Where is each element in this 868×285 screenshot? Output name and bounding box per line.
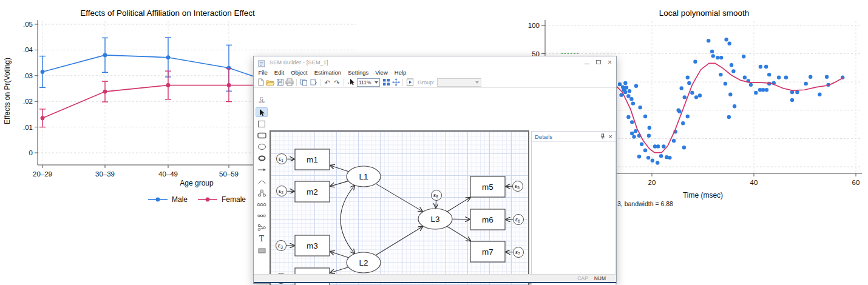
details-title: Details [535,133,552,140]
print-icon[interactable] [285,78,294,87]
observed-variable-m5[interactable]: m5 [470,176,505,197]
path-arrow [376,184,422,211]
legend-item-female: Female [198,195,246,204]
pin-icon[interactable] [600,131,605,142]
copy-icon[interactable] [299,78,308,87]
tool-palette: GSEM T [254,88,270,274]
observed-variable-m6[interactable]: m6 [470,209,505,230]
observed-variable-m7[interactable]: m7 [470,241,505,262]
path-arrow [447,227,470,241]
details-panel: Details × [531,131,616,285]
add-area-tool[interactable] [256,246,268,255]
svg-text:Effects of Political Affiliati: Effects of Political Affiliation on Inte… [80,8,255,18]
undo-icon[interactable]: ↶ [322,78,332,87]
window-bottom-accent [254,282,616,283]
desktop: .05.04.03.02.01020–2930–3940–4950–59Effe… [0,0,868,285]
add-measurement-component-tool[interactable] [256,188,268,198]
new-file-icon[interactable] [256,78,265,87]
svg-text:m2: m2 [307,187,318,196]
male-series [39,38,261,91]
close-button[interactable]: × [608,59,612,65]
details-close-icon[interactable]: × [609,133,612,139]
app-icon [258,59,265,66]
save-icon[interactable] [275,78,285,87]
zoom-level-select[interactable]: 111% [357,78,380,87]
pan-tool-icon[interactable] [391,78,401,87]
error-term-ε1[interactable]: ε1 [277,154,287,164]
svg-text:m7: m7 [482,247,493,256]
error-term-ε8[interactable]: ε8 [432,190,442,201]
fit-to-page-icon[interactable] [381,78,391,87]
sem-path-diagram: m1m2m3m4m5m6m7L1L2L3ε1ε2ε3ε4ε5ε6ε7ε8 [271,132,528,285]
add-path-tool[interactable] [256,165,268,175]
svg-text:60: 60 [852,179,860,186]
diagram-canvas[interactable]: m1m2m3m4m5m6m7L1L2L3ε1ε2ε3ε4ε5ε6ε7ε8 [270,130,529,285]
svg-text:Time (msec): Time (msec) [683,191,723,200]
svg-text:Effects on Pr(Voting): Effects on Pr(Voting) [3,58,12,124]
details-header: Details × [532,132,615,142]
svg-text:m3: m3 [307,241,318,250]
svg-text:40–49: 40–49 [158,170,178,178]
observed-variable-m2[interactable]: m2 [295,181,330,202]
add-text-tool[interactable]: T [256,234,268,244]
svg-text:30–39: 30–39 [95,170,115,178]
covariance-arc [341,186,354,253]
svg-text:50–59: 50–59 [219,170,239,178]
menu-file[interactable]: File [255,69,271,76]
maximize-button[interactable] [596,60,601,64]
group-select[interactable] [437,78,481,87]
menu-settings[interactable]: Settings [345,69,372,76]
female-series [39,69,261,127]
add-latent-variables-set-tool[interactable] [256,211,268,221]
svg-text:L1: L1 [359,172,368,181]
toolbar: ↶ ↷ 111% Group: [254,77,616,88]
observed-variable-m3[interactable]: m3 [295,235,330,256]
num-lock-indicator: NUM [594,275,606,281]
observed-variable-m1[interactable]: m1 [295,149,330,170]
svg-text:0: 0 [29,149,33,156]
menu-object[interactable]: Object [288,69,311,76]
add-generalized-response-tool[interactable] [256,130,268,140]
zoom-level-value: 111% [359,79,371,86]
menu-bar: File Edit Object Estimation Settings Vie… [254,68,616,77]
minimize-button[interactable] [585,64,589,64]
select-tool[interactable] [256,107,268,117]
error-term-ε2[interactable]: ε2 [277,186,287,196]
svg-text:Male: Male [172,195,188,204]
add-observed-variables-set-tool[interactable] [256,200,268,209]
menu-estimation[interactable]: Estimation [311,69,344,76]
error-term-ε3[interactable]: ε3 [276,241,287,251]
open-file-icon[interactable] [265,78,275,87]
error-term-ε6[interactable]: ε6 [514,215,524,225]
svg-text:.05: .05 [23,21,33,28]
svg-text:Female: Female [222,195,246,204]
error-term-ε7[interactable]: ε7 [514,247,524,258]
path-arrow [330,166,348,172]
select-pointer-icon[interactable] [346,78,356,87]
redo-icon[interactable]: ↷ [332,78,342,87]
svg-text:100: 100 [528,22,540,29]
menu-edit[interactable]: Edit [271,69,287,76]
menu-help[interactable]: Help [391,69,410,76]
latent-variable-L1[interactable]: L1 [347,166,381,187]
latent-variable-L2[interactable]: L2 [347,252,381,273]
window-title: SEM Builder - [SEM_1] [270,59,328,65]
menu-view[interactable]: View [372,69,391,76]
sem-builder-window: SEM Builder - [SEM_1] × File Edit Object… [253,56,617,284]
error-term-ε5[interactable]: ε5 [513,181,523,192]
gsem-logo: GSEM [256,96,268,106]
estimate-run-icon[interactable] [405,78,415,87]
add-multilevel-latent-tool[interactable] [256,153,268,163]
svg-text:L2: L2 [359,258,368,267]
add-covariance-tool[interactable] [256,176,268,186]
latent-variable-L3[interactable]: L3 [418,209,452,229]
svg-text:.02: .02 [23,98,33,105]
add-latent-variable-tool[interactable] [256,142,268,152]
path-arrow [447,198,470,212]
add-regression-component-tool[interactable] [256,223,268,232]
add-observed-variable-tool[interactable] [256,119,268,129]
duplicate-icon[interactable] [308,78,318,87]
chevron-down-icon [375,81,378,84]
title-bar[interactable]: SEM Builder - [SEM_1] × [254,56,616,68]
svg-text:m5: m5 [482,183,493,192]
